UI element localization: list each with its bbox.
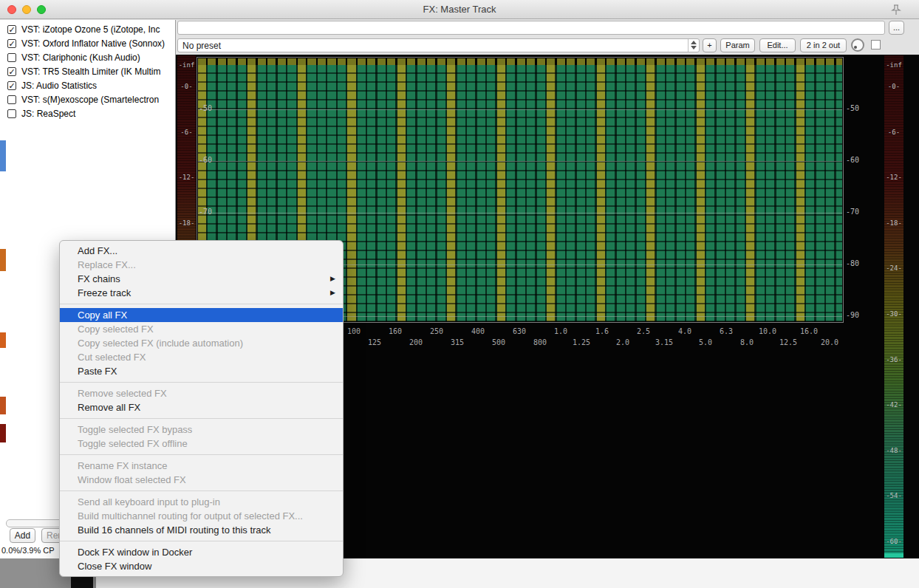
meter-scale-label: -6- bbox=[884, 129, 903, 136]
pin-icon[interactable] bbox=[891, 4, 901, 16]
window-title: FX: Master Track bbox=[0, 4, 919, 15]
preset-value: No preset bbox=[182, 41, 221, 51]
menu-item-label: Dock FX window in Docker bbox=[78, 547, 192, 558]
menu-item-copy-all-fx[interactable]: Copy all FX bbox=[60, 308, 343, 322]
menu-item-remove-all-fx[interactable]: Remove all FX bbox=[60, 400, 343, 414]
menu-item-close-fx-window[interactable]: Close FX window bbox=[60, 559, 343, 573]
spectrum-gridline bbox=[198, 213, 842, 213]
menu-item-build-16-channels-of-midi-routing-to-this-track[interactable]: Build 16 channels of MIDI routing to thi… bbox=[60, 523, 343, 537]
fx-list-item[interactable]: ✓VST: iZotope Ozone 5 (iZotope, Inc bbox=[0, 22, 175, 36]
save-preset-button[interactable]: + bbox=[703, 38, 717, 52]
menu-item-label: Paste FX bbox=[78, 366, 117, 377]
menu-item-label: Replace FX... bbox=[78, 259, 136, 270]
menu-item-label: Toggle selected FX bypass bbox=[78, 424, 192, 435]
add-fx-button[interactable]: Add bbox=[10, 528, 35, 543]
fx-name: VST: s(M)exoscope (Smartelectron bbox=[21, 95, 159, 105]
meter-scale-label: -inf bbox=[884, 61, 903, 69]
io-routing-button[interactable]: 2 in 2 out bbox=[800, 38, 847, 52]
frequency-label: 200 bbox=[403, 338, 428, 346]
frequency-label: 8.0 bbox=[734, 338, 759, 346]
frequency-label: 315 bbox=[445, 338, 470, 346]
meter-scale-label: -42- bbox=[884, 401, 903, 408]
menu-item-dock-fx-window-in-docker[interactable]: Dock FX window in Docker bbox=[60, 545, 343, 559]
frequency-label: 500 bbox=[486, 338, 511, 346]
titlebar[interactable]: FX: Master Track bbox=[0, 0, 919, 19]
menu-item-label: Build 16 channels of MIDI routing to thi… bbox=[78, 524, 271, 536]
fx-enable-checkbox[interactable] bbox=[7, 95, 16, 104]
menu-item-build-multichannel-routing-for-output-of-selected-fx: Build multichannel routing for output of… bbox=[60, 509, 343, 523]
fx-list-item[interactable]: JS: ReaSpect bbox=[0, 106, 175, 120]
frequency-label: 125 bbox=[362, 338, 387, 346]
menu-separator bbox=[60, 418, 343, 419]
right-level-meter: -inf-0--6--12--18--24--30--36--42--48--5… bbox=[884, 55, 903, 558]
fx-enable-checkbox[interactable] bbox=[7, 109, 16, 118]
frequency-label: 2.0 bbox=[610, 338, 635, 346]
fx-list-scrollbar[interactable] bbox=[6, 519, 64, 527]
spectrum-peak-strip bbox=[198, 58, 842, 65]
frequency-label: 10.0 bbox=[755, 327, 780, 335]
frequency-label: 2.5 bbox=[631, 327, 656, 335]
db-label: -60 bbox=[846, 156, 859, 164]
comment-more-button[interactable]: ... bbox=[889, 21, 904, 35]
fx-enable-checkbox[interactable]: ✓ bbox=[7, 39, 16, 48]
menu-separator bbox=[60, 490, 343, 491]
fx-list-item[interactable]: ✓VST: TR5 Stealth Limiter (IK Multim bbox=[0, 64, 175, 78]
preset-stepper-icon[interactable] bbox=[688, 39, 699, 52]
fx-list-item[interactable]: VST: s(M)exoscope (Smartelectron bbox=[0, 92, 175, 106]
fx-list-item[interactable]: ✓JS: Audio Statistics bbox=[0, 78, 175, 92]
frequency-label: 3.15 bbox=[652, 338, 677, 346]
menu-item-send-all-keyboard-input-to-plug-in: Send all keyboard input to plug-in bbox=[60, 495, 343, 509]
menu-item-rename-fx-instance: Rename FX instance bbox=[60, 459, 343, 473]
menu-separator bbox=[60, 382, 343, 383]
frequency-label: 5.0 bbox=[693, 338, 718, 346]
fx-enable-checkbox[interactable]: ✓ bbox=[7, 67, 16, 76]
frequency-label: 250 bbox=[424, 327, 449, 335]
menu-item-fx-chains[interactable]: FX chains▶ bbox=[60, 272, 343, 286]
meter-scale-label: -36- bbox=[884, 356, 903, 363]
menu-item-add-fx[interactable]: Add FX... bbox=[60, 244, 343, 258]
menu-item-replace-fx: Replace FX... bbox=[60, 258, 343, 272]
db-label: -70 bbox=[846, 208, 859, 216]
meter-scale-label: -60- bbox=[884, 538, 903, 545]
wet-dry-knob[interactable] bbox=[851, 38, 864, 52]
menu-item-copy-selected-fx-include-automation: Copy selected FX (include automation) bbox=[60, 336, 343, 350]
frequency-label: 1.25 bbox=[569, 338, 594, 346]
menu-item-label: Cut selected FX bbox=[78, 352, 146, 363]
spectrum-gridline bbox=[198, 161, 842, 162]
menu-item-freeze-track[interactable]: Freeze track▶ bbox=[60, 286, 343, 300]
fx-enable-checkbox[interactable] bbox=[7, 53, 16, 62]
fx-enable-checkbox[interactable]: ✓ bbox=[7, 25, 16, 34]
preset-dropdown[interactable]: No preset bbox=[177, 38, 700, 52]
db-label: -90 bbox=[846, 311, 859, 319]
frequency-label: 16.0 bbox=[796, 327, 821, 335]
background-window-fragment bbox=[0, 424, 6, 442]
fx-context-menu: Add FX...Replace FX...FX chains▶Freeze t… bbox=[59, 240, 344, 577]
menu-item-label: Copy selected FX (include automation) bbox=[78, 338, 243, 349]
menu-item-remove-selected-fx: Remove selected FX bbox=[60, 386, 343, 400]
db-label: -60 bbox=[199, 156, 212, 164]
menu-item-toggle-selected-fx-offline: Toggle selected FX offline bbox=[60, 437, 343, 451]
menu-separator bbox=[60, 304, 343, 304]
meter-scale-label: -54- bbox=[884, 492, 903, 499]
param-button[interactable]: Param bbox=[720, 38, 755, 52]
knob-indicator-dot bbox=[854, 46, 857, 49]
fx-list-item[interactable]: VST: Clariphonic (Kush Audio) bbox=[0, 50, 175, 64]
frequency-label: 1.0 bbox=[548, 327, 573, 335]
fx-list-item[interactable]: ✓VST: Oxford Inflator Native (Sonnox) bbox=[0, 36, 175, 50]
menu-item-label: FX chains bbox=[78, 273, 120, 284]
fx-comment-input[interactable] bbox=[177, 21, 885, 35]
background-window-fragment bbox=[0, 140, 6, 171]
frequency-label: 100 bbox=[341, 327, 366, 335]
meter-scale-label: -12- bbox=[177, 174, 196, 181]
edit-button[interactable]: Edit... bbox=[759, 38, 796, 52]
frequency-label: 1.6 bbox=[590, 327, 615, 335]
fx-name: VST: TR5 Stealth Limiter (IK Multim bbox=[21, 66, 161, 77]
fx-name: JS: Audio Statistics bbox=[21, 81, 97, 91]
menu-item-paste-fx[interactable]: Paste FX bbox=[60, 364, 343, 378]
fx-name: VST: Oxford Inflator Native (Sonnox) bbox=[21, 38, 165, 49]
menu-item-cut-selected-fx: Cut selected FX bbox=[60, 350, 343, 364]
fx-enable-checkbox[interactable]: ✓ bbox=[7, 81, 16, 90]
bypass-checkbox[interactable] bbox=[871, 40, 881, 49]
frequency-label: 6.3 bbox=[714, 327, 739, 335]
frequency-label: 400 bbox=[465, 327, 491, 335]
